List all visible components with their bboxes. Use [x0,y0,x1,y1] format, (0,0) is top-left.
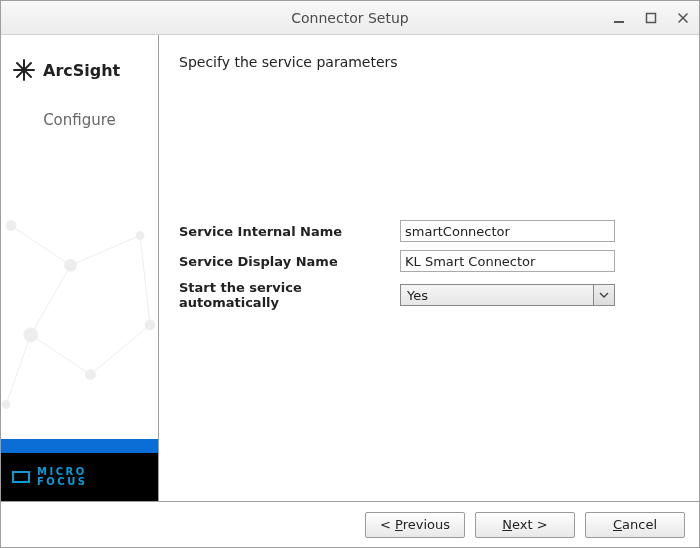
display-name-label: Service Display Name [179,254,394,269]
maximize-button[interactable] [641,8,661,28]
vendor-brand-line2: FOCUS [37,476,88,487]
svg-rect-20 [13,472,29,482]
next-suffix: ext > [512,517,548,532]
svg-line-11 [6,335,31,405]
svg-point-15 [136,232,144,240]
window-title: Connector Setup [291,10,408,26]
autostart-label: Start the service automatically [179,280,394,310]
titlebar: Connector Setup [1,1,699,35]
brand-label: ArcSight [43,61,120,80]
cancel-mnemonic: C [613,517,622,532]
service-params-form: Service Internal Name Service Display Na… [179,220,679,310]
page-heading: Specify the service parameters [179,54,679,70]
sidebar-footer: MICRO FOCUS [1,439,158,501]
svg-rect-1 [647,14,656,23]
svg-line-8 [71,236,141,266]
minimize-button[interactable] [609,8,629,28]
internal-name-input[interactable] [400,220,615,242]
display-name-input[interactable] [400,250,615,272]
svg-point-13 [6,221,16,231]
autostart-select[interactable]: Yes [400,284,615,306]
brand: ArcSight [1,35,158,87]
next-button[interactable]: Next > [475,512,575,538]
microfocus-logo-icon [11,467,31,487]
vendor-brand-bar: MICRO FOCUS [1,453,158,501]
previous-suffix: revious [403,517,450,532]
svg-line-7 [31,265,71,335]
svg-point-16 [24,328,38,342]
next-mnemonic: N [502,517,512,532]
previous-button[interactable]: < Previous [365,512,465,538]
internal-name-label: Service Internal Name [179,224,394,239]
svg-line-6 [11,226,71,266]
svg-line-9 [31,335,91,375]
svg-line-12 [140,236,150,325]
decorative-network-art [1,205,158,425]
sidebar: ArcSight Configure [1,35,159,501]
vendor-brand-label: MICRO FOCUS [37,467,88,488]
dialog-window: Connector Setup [0,0,700,548]
close-button[interactable] [673,8,693,28]
arcsight-logo-icon [11,57,37,83]
svg-rect-0 [614,21,624,23]
svg-point-18 [145,320,155,330]
svg-point-17 [85,370,95,380]
wizard-step-label: Configure [1,87,158,129]
svg-point-14 [65,259,77,271]
autostart-select-value: Yes [400,284,615,306]
previous-mnemonic: P [395,517,403,532]
button-bar: < Previous Next > Cancel [1,501,699,547]
svg-point-19 [2,400,10,408]
content-pane: Specify the service parameters Service I… [159,35,699,501]
vendor-brand-line1: MICRO [37,466,87,477]
cancel-suffix: ancel [622,517,657,532]
window-controls [609,1,693,35]
cancel-button[interactable]: Cancel [585,512,685,538]
accent-bar [1,439,158,453]
svg-line-10 [90,325,150,375]
dialog-body: ArcSight Configure [1,35,699,501]
previous-prefix: < [380,517,395,532]
